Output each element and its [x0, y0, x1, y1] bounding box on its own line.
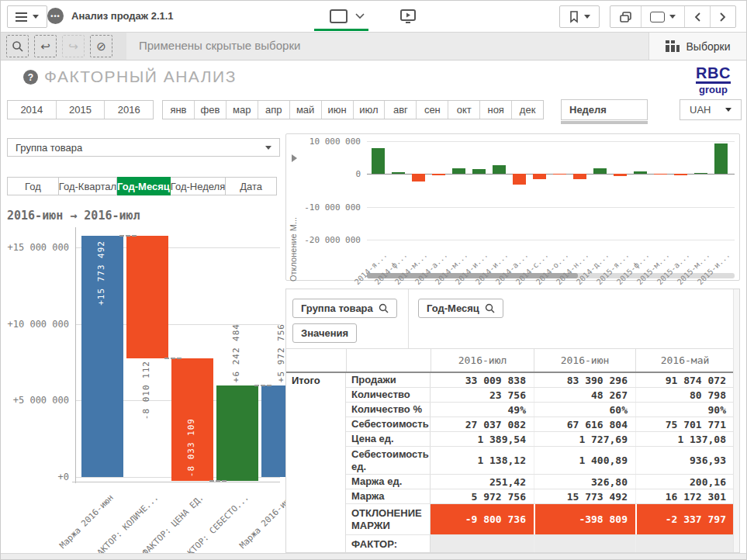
- month-filter-item[interactable]: ноя: [479, 101, 511, 119]
- pivot-row-label[interactable]: Продажи: [346, 373, 431, 387]
- monthly-bar[interactable]: [533, 174, 546, 178]
- monthly-bar[interactable]: [432, 174, 445, 175]
- pivot-column-label: Год-Месяц: [427, 302, 479, 314]
- monthly-bar[interactable]: [573, 174, 586, 179]
- month-filter: янвфевмарапрмайиюниюлавгсеноктноядек: [162, 100, 544, 119]
- pivot-row-label[interactable]: Количество %: [346, 403, 431, 417]
- monthly-bar[interactable]: [674, 174, 687, 175]
- monthly-bar[interactable]: [654, 174, 667, 175]
- period-tab[interactable]: Год-Квартал: [59, 177, 117, 195]
- monthly-bar[interactable]: [452, 168, 465, 175]
- monthly-bar[interactable]: [412, 174, 425, 181]
- year-filter-item[interactable]: 2015: [56, 101, 105, 119]
- pivot-total-cell[interactable]: Итого: [286, 373, 346, 553]
- expand-panel-icon[interactable]: [292, 154, 297, 162]
- table-row: Количество %49%60%90%: [346, 403, 734, 417]
- waterfall-bar[interactable]: [126, 236, 168, 358]
- chevron-down-icon: [584, 15, 590, 19]
- step-back-button[interactable]: ↩: [34, 35, 57, 57]
- pivot-column-header[interactable]: 2016-июл: [431, 349, 534, 372]
- pivot-row-label[interactable]: ФАКТОР:: [346, 535, 431, 553]
- smart-search-button[interactable]: [6, 35, 29, 57]
- table-row: Себестоимость ед.1 138,121 400,89936,93: [346, 447, 734, 475]
- help-icon[interactable]: ?: [23, 70, 38, 85]
- sheets-icon: [619, 11, 632, 23]
- waterfall-connector: [254, 385, 271, 386]
- month-filter-item[interactable]: сен: [416, 101, 448, 119]
- month-filter-item[interactable]: авг: [384, 101, 416, 119]
- step-forward-button[interactable]: ↪: [62, 35, 85, 57]
- year-filter-item[interactable]: 2014: [8, 101, 56, 119]
- monthly-bar[interactable]: [634, 171, 647, 174]
- monthly-gridline: [367, 207, 735, 208]
- period-tab[interactable]: Дата: [226, 177, 277, 195]
- week-filter[interactable]: Неделя: [561, 99, 648, 120]
- month-filter-item[interactable]: июл: [353, 101, 385, 119]
- monthly-plot: [367, 139, 735, 243]
- bookmark-button[interactable]: [560, 6, 599, 27]
- monthly-bar[interactable]: [614, 174, 627, 176]
- month-filter-item[interactable]: фев: [194, 101, 226, 119]
- waterfall-bar-value: +5 972 756: [277, 323, 285, 382]
- pivot-dimension-button[interactable]: Группа товара: [292, 299, 397, 318]
- pivot-cell: -2 337 797: [635, 504, 734, 534]
- monthly-bar[interactable]: [593, 168, 607, 174]
- pivot-row-label[interactable]: Маржа: [346, 489, 431, 503]
- monthly-bar[interactable]: [553, 174, 566, 175]
- pivot-row-label[interactable]: Маржа ед.: [346, 475, 431, 489]
- waterfall-bar[interactable]: [216, 385, 258, 481]
- monthly-bar[interactable]: [372, 148, 385, 174]
- next-sheet-button[interactable]: [710, 6, 735, 27]
- pivot-row-label[interactable]: Себестоимость ед.: [346, 447, 431, 474]
- period-tab[interactable]: Год: [7, 177, 59, 195]
- pivot-column-button[interactable]: Год-Месяц: [418, 299, 503, 318]
- pivot-cell: 1 138,12: [431, 447, 534, 474]
- hamburger-icon: [16, 12, 27, 22]
- pivot-row-label[interactable]: ОТКЛОНЕНИЕ МАРЖИ: [346, 504, 431, 534]
- month-filter-item[interactable]: апр: [258, 101, 289, 119]
- sheet-list-button[interactable]: [641, 6, 684, 27]
- monthly-bar[interactable]: [392, 172, 405, 175]
- currency-dropdown[interactable]: UAH: [680, 99, 742, 120]
- waterfall-x-axis: [72, 482, 280, 482]
- pivot-values-button[interactable]: Значения: [292, 323, 357, 343]
- app-thumbnail-icon[interactable]: •••: [47, 8, 64, 24]
- page-bottom-strip: [1, 553, 746, 560]
- pivot-cell: 1 389,54: [431, 432, 534, 446]
- chevron-down-icon: [265, 146, 271, 150]
- year-filter-item[interactable]: 2016: [104, 101, 153, 119]
- search-icon: [485, 303, 495, 313]
- period-tab[interactable]: Год-Месяц: [117, 177, 171, 195]
- month-filter-item[interactable]: мар: [226, 101, 258, 119]
- period-tab[interactable]: Год-Неделя: [171, 177, 226, 195]
- storytelling-button[interactable]: [399, 9, 417, 24]
- main-menu-button[interactable]: [7, 5, 47, 28]
- sheet-view-button[interactable]: [330, 9, 365, 23]
- pivot-column-header[interactable]: 2016-май: [635, 349, 734, 372]
- month-filter-item[interactable]: май: [289, 101, 321, 119]
- previous-sheet-button[interactable]: [684, 6, 710, 27]
- chevron-down-icon: [33, 15, 39, 19]
- duplicate-sheet-button[interactable]: [610, 6, 641, 27]
- monthly-bar[interactable]: [513, 174, 526, 185]
- pivot-row-label[interactable]: Количество: [346, 388, 431, 402]
- dimension-dropdown[interactable]: Группа товара: [7, 138, 280, 157]
- month-filter-item[interactable]: окт: [448, 101, 479, 119]
- pivot-column-header[interactable]: 2016-июн: [534, 349, 635, 372]
- table-row: ФАКТОР:: [346, 535, 734, 553]
- selections-tool-button[interactable]: Выборки: [648, 33, 746, 60]
- pivot-row-label[interactable]: Себестоимость: [346, 417, 431, 431]
- monthly-bar[interactable]: [472, 169, 486, 174]
- story-icon: [399, 9, 417, 24]
- pivot-row-label[interactable]: Цена ед.: [346, 432, 431, 446]
- month-filter-item[interactable]: янв: [163, 101, 194, 119]
- monthly-ytick: 10 000 000: [299, 137, 361, 147]
- monthly-bar[interactable]: [714, 143, 728, 174]
- pivot-table-scrollbar[interactable]: [733, 289, 739, 552]
- waterfall-bar-value: +6 242 484: [232, 323, 240, 382]
- monthly-bar[interactable]: [694, 173, 707, 175]
- clear-selections-button[interactable]: ⊘: [90, 35, 112, 57]
- month-filter-item[interactable]: дек: [511, 101, 543, 119]
- month-filter-item[interactable]: июн: [321, 101, 353, 119]
- monthly-bar[interactable]: [493, 165, 506, 174]
